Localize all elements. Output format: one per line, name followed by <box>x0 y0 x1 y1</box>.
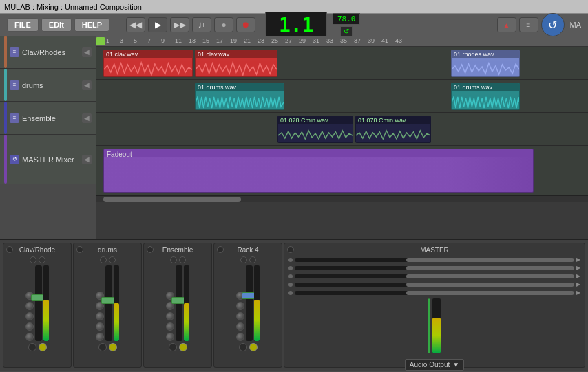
track-item-clav[interactable]: ≡ Clav/Rhodes ◀ <box>0 36 96 69</box>
main-nav-button[interactable]: ↺ <box>541 13 565 36</box>
knob-group-clav <box>30 256 45 263</box>
send-knob-rack4-2[interactable] <box>249 256 256 263</box>
main-fader-drums[interactable] <box>105 265 112 341</box>
power-btn-ensemble[interactable] <box>147 246 154 253</box>
track-mute-clav[interactable]: ◀ <box>82 47 92 57</box>
track-item-ensemble[interactable]: ≡ Ensemble ◀ <box>0 102 96 135</box>
eq-knob-ens-4[interactable] <box>166 322 174 331</box>
track-lane-master[interactable]: Fadeout <box>96 146 588 195</box>
send-knob-clav-2[interactable] <box>39 256 45 263</box>
eq-knob-rack4-2[interactable] <box>236 302 244 310</box>
file-menu[interactable]: FILE <box>7 18 39 32</box>
btn-clav-2[interactable] <box>39 343 47 351</box>
eq-knob-rack4-5[interactable] <box>236 333 244 341</box>
main-fader-rack4[interactable] <box>246 265 253 341</box>
corner-marker[interactable] <box>96 37 105 45</box>
btn-ens-1[interactable] <box>169 343 177 351</box>
master-sends: ▶ ▶ ▶ ▶ <box>286 256 583 296</box>
clip-clav1[interactable]: 01 clav.wav <box>103 50 193 77</box>
send-fader-1[interactable] <box>295 258 574 262</box>
eq-knob-rack4-4[interactable] <box>236 322 244 331</box>
main-fader-clav[interactable] <box>35 265 42 341</box>
send-row-4: ▶ <box>288 281 580 287</box>
track-item-master[interactable]: ↺ MASTER Mixer ◀ <box>0 135 96 184</box>
eq-knob-rack4-3[interactable] <box>236 312 244 320</box>
track-mute-master[interactable]: ◀ <box>82 155 92 164</box>
track-lane-clav[interactable]: 01 clav.wav 01 clav.wav 01 rhodes.wav <box>96 47 588 80</box>
alert-icon[interactable]: ▲ <box>497 17 516 32</box>
send-dot-2[interactable] <box>288 266 293 270</box>
power-btn-drums[interactable] <box>76 246 83 253</box>
help-menu[interactable]: HELP <box>74 18 109 32</box>
eq-knob-drums-5[interactable] <box>96 333 104 341</box>
ruler-mark: 23 <box>258 37 264 44</box>
track-lane-ensemble[interactable]: 01 078 Cmin.wav 01 078 Cmin.wav <box>96 113 588 146</box>
time-display[interactable]: 1.1 <box>265 12 327 39</box>
rewind-button[interactable]: ◀◀ <box>126 17 145 32</box>
send-fader-2[interactable] <box>295 266 574 270</box>
clip-ensemble2[interactable]: 01 078 Cmin.wav <box>355 116 431 143</box>
eq-knob-ens-5[interactable] <box>166 333 174 341</box>
send-fader-4[interactable] <box>295 283 574 287</box>
clip-label-drums2: 01 drums.wav <box>452 83 519 91</box>
record-arm-button[interactable]: ● <box>214 17 233 32</box>
btn-rack4-2[interactable] <box>249 343 258 351</box>
ruler-mark: 13 <box>189 37 196 44</box>
clip-drums2[interactable]: 01 drums.wav <box>451 83 520 110</box>
section-label: MA <box>570 21 582 29</box>
clip-ensemble1[interactable]: 01 078 Cmin.wav <box>277 116 353 143</box>
send-knob-ens-1[interactable] <box>170 256 177 263</box>
knob-group-ensemble <box>170 256 186 263</box>
send-fader-5[interactable] <box>295 291 574 295</box>
track-mute-ensemble[interactable]: ◀ <box>82 113 92 123</box>
power-btn-rack4[interactable] <box>217 246 224 253</box>
send-fill-5 <box>406 291 574 295</box>
clip-clav2[interactable]: 01 clav.wav <box>195 50 277 77</box>
waveform-ensemble1 <box>278 126 353 143</box>
send-dot-4[interactable] <box>288 283 293 287</box>
edit-menu[interactable]: EDIt <box>41 18 72 32</box>
list-icon[interactable]: ≡ <box>519 17 538 32</box>
send-knob-drums-1[interactable] <box>100 256 107 263</box>
send-knob-drums-2[interactable] <box>109 256 116 263</box>
btn-rack4-1[interactable] <box>239 343 247 351</box>
scrollbar-thumb[interactable] <box>103 197 241 202</box>
eq-knob-drums-4[interactable] <box>96 322 104 331</box>
arrangement-view[interactable]: 1 3 5 7 9 11 13 15 17 19 21 23 25 27 29 … <box>96 36 588 239</box>
forward-button[interactable]: ▶▶ <box>170 17 189 32</box>
play-button[interactable]: ▶ <box>148 17 167 32</box>
ruler-mark: 41 <box>381 37 388 44</box>
btn-drums-2[interactable] <box>109 343 117 351</box>
send-knob-rack4-1[interactable] <box>240 256 247 263</box>
clip-drums1[interactable]: 01 drums.wav <box>195 83 284 110</box>
bpm-value[interactable]: 78.0 <box>333 13 360 25</box>
eq-knob-ens-3[interactable] <box>166 312 174 320</box>
record-button[interactable]: ⏺ <box>236 17 255 32</box>
track-mute-drums[interactable]: ◀ <box>82 80 92 90</box>
eq-knob-drums-3[interactable] <box>96 312 104 320</box>
eq-knob-clav-2[interactable] <box>25 302 34 310</box>
track-lane-drums[interactable]: 01 drums.wav 01 drums.wav <box>96 80 588 113</box>
h-scrollbar[interactable] <box>96 195 588 202</box>
send-knob-ens-2[interactable] <box>179 256 186 263</box>
power-btn-clav[interactable] <box>6 246 13 253</box>
send-dot-3[interactable] <box>288 274 293 278</box>
send-knob-clav-1[interactable] <box>30 256 36 263</box>
btn-ens-2[interactable] <box>179 343 187 351</box>
eq-knob-clav-3[interactable] <box>25 312 34 320</box>
eq-knob-clav-5[interactable] <box>25 333 34 341</box>
clip-fadeout[interactable]: Fadeout <box>103 149 534 193</box>
loop-button[interactable]: ↺ <box>340 26 353 36</box>
btn-clav-1[interactable] <box>28 343 36 351</box>
track-item-drums[interactable]: ≡ drums ◀ <box>0 69 96 102</box>
clip-rhodes[interactable]: 01 rhodes.wav <box>451 50 520 77</box>
send-dot-1[interactable] <box>288 258 293 262</box>
send-fader-3[interactable] <box>295 274 574 278</box>
audio-output-selector[interactable]: Audio Output ▼ <box>405 359 464 371</box>
send-dot-5[interactable] <box>288 291 293 295</box>
main-fader-ensemble[interactable] <box>176 265 182 341</box>
metronome-button[interactable]: ♩+ <box>192 17 211 32</box>
btn-drums-1[interactable] <box>98 343 107 351</box>
eq-knob-clav-4[interactable] <box>25 322 34 331</box>
power-btn-master[interactable] <box>287 246 294 253</box>
